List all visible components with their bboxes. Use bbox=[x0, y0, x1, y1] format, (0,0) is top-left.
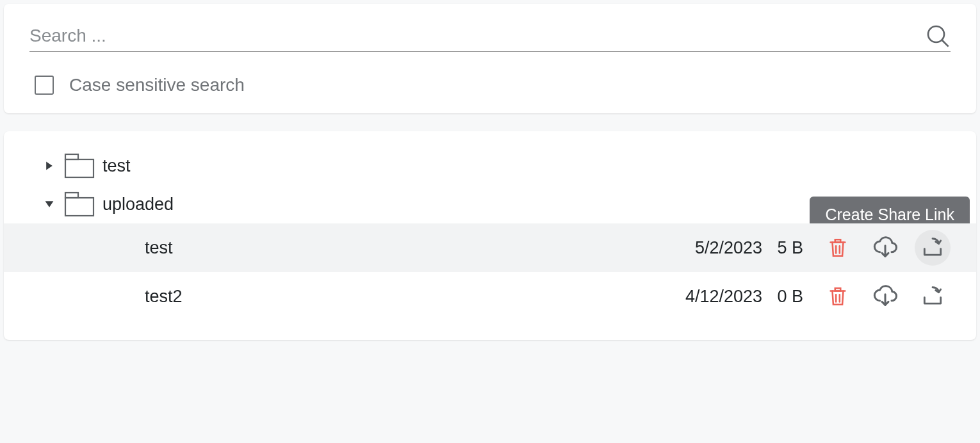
file-size: 0 B bbox=[774, 287, 803, 307]
file-row[interactable]: test 5/2/2023 5 B bbox=[4, 223, 976, 272]
delete-button[interactable] bbox=[820, 278, 856, 314]
file-size: 5 B bbox=[774, 238, 803, 258]
case-sensitive-checkbox[interactable] bbox=[35, 76, 54, 95]
svg-rect-6 bbox=[65, 198, 94, 216]
file-actions bbox=[820, 278, 951, 314]
svg-rect-3 bbox=[65, 159, 94, 177]
download-button[interactable] bbox=[867, 230, 903, 266]
search-input[interactable] bbox=[29, 26, 925, 46]
delete-button[interactable] bbox=[820, 230, 856, 266]
file-name: test2 bbox=[145, 287, 678, 307]
share-button[interactable] bbox=[915, 278, 951, 314]
folder-name: uploaded bbox=[102, 195, 951, 214]
file-row[interactable]: test2 4/12/2023 0 B bbox=[4, 272, 976, 321]
folder-row[interactable]: test bbox=[4, 147, 976, 185]
file-date: 4/12/2023 bbox=[685, 287, 762, 307]
folder-icon bbox=[64, 191, 95, 217]
svg-marker-2 bbox=[46, 162, 53, 170]
folder-row[interactable]: uploaded bbox=[4, 185, 976, 223]
file-meta: 4/12/2023 0 B bbox=[685, 278, 951, 314]
file-actions bbox=[820, 230, 951, 266]
search-row bbox=[29, 23, 951, 52]
svg-line-1 bbox=[942, 40, 949, 47]
file-meta: 5/2/2023 5 B bbox=[695, 230, 951, 266]
download-button[interactable] bbox=[867, 278, 903, 314]
file-tree-panel: test uploaded Create Share Link test 5/2… bbox=[4, 131, 976, 340]
folder-icon bbox=[64, 153, 95, 179]
folder-name: test bbox=[102, 156, 951, 176]
svg-marker-5 bbox=[45, 201, 54, 207]
svg-rect-4 bbox=[65, 154, 78, 159]
expand-collapsed-icon[interactable] bbox=[42, 159, 56, 173]
search-panel: Case sensitive search bbox=[4, 4, 976, 113]
svg-rect-7 bbox=[65, 193, 78, 198]
svg-point-0 bbox=[928, 26, 944, 42]
expand-expanded-icon[interactable] bbox=[42, 197, 56, 211]
share-button[interactable] bbox=[915, 230, 951, 266]
case-sensitive-row: Case sensitive search bbox=[29, 75, 951, 95]
file-date: 5/2/2023 bbox=[695, 238, 762, 258]
case-sensitive-label: Case sensitive search bbox=[69, 75, 245, 95]
file-name: test bbox=[145, 238, 687, 258]
search-icon[interactable] bbox=[925, 23, 951, 49]
